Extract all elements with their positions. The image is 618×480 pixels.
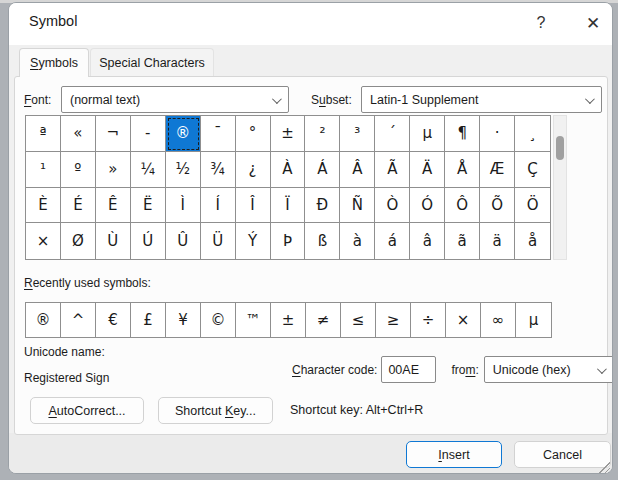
symbol-cell[interactable]: Ü xyxy=(201,223,236,259)
character-code-input[interactable]: 00AE xyxy=(381,356,436,383)
symbol-cell[interactable]: Ô xyxy=(445,188,480,224)
symbol-cell[interactable]: ¥ xyxy=(166,303,201,337)
symbol-cell[interactable]: Ó xyxy=(410,188,445,224)
help-icon: ? xyxy=(537,14,546,32)
symbol-cell[interactable]: « xyxy=(61,116,96,152)
symbol-cell[interactable]: € xyxy=(96,303,131,337)
symbol-cell[interactable]: ² xyxy=(305,116,340,152)
symbol-cell[interactable]: À xyxy=(271,152,306,188)
symbol-cell[interactable]: ÷ xyxy=(411,303,446,337)
symbol-cell[interactable]: Á xyxy=(305,152,340,188)
autocorrect-button[interactable]: AutoCorrect... xyxy=(30,397,144,424)
symbol-cell[interactable]: ã xyxy=(445,223,480,259)
symbol-cell[interactable]: ≥ xyxy=(376,303,411,337)
symbol-cell[interactable]: Ú xyxy=(131,223,166,259)
symbol-cell[interactable]: ≠ xyxy=(306,303,341,337)
symbol-cell[interactable]: ^ xyxy=(61,303,96,337)
symbol-cell[interactable]: ¸ xyxy=(515,116,550,152)
symbol-cell[interactable]: Þ xyxy=(271,223,306,259)
symbol-cell[interactable]: Å xyxy=(445,152,480,188)
symbol-cell[interactable]: Û xyxy=(166,223,201,259)
cancel-button[interactable]: Cancel xyxy=(514,441,611,468)
insert-button[interactable]: Insert xyxy=(406,441,502,468)
symbol-cell[interactable]: ä xyxy=(480,223,515,259)
font-dropdown[interactable]: (normal text) xyxy=(61,86,289,113)
symbol-cell[interactable]: £ xyxy=(131,303,166,337)
scrollbar-thumb[interactable] xyxy=(556,136,564,160)
symbol-cell[interactable]: Ì xyxy=(166,188,201,224)
symbol-cell[interactable]: ß xyxy=(305,223,340,259)
symbol-cell[interactable]: ¹ xyxy=(26,152,61,188)
symbol-cell[interactable]: ¿ xyxy=(236,152,271,188)
symbol-cell[interactable]: Ã xyxy=(375,152,410,188)
symbol-cell[interactable]: ∞ xyxy=(481,303,516,337)
symbol-cell[interactable]: ® xyxy=(26,303,61,337)
symbol-cell[interactable]: Í xyxy=(201,188,236,224)
shortcut-key-button[interactable]: Shortcut Key... xyxy=(158,397,273,424)
symbol-cell[interactable]: Ø xyxy=(61,223,96,259)
symbol-cell[interactable]: ± xyxy=(271,303,306,337)
symbol-cell[interactable]: Ð xyxy=(305,188,340,224)
symbol-cell[interactable]: ¾ xyxy=(201,152,236,188)
unicode-name-label: Unicode name: xyxy=(24,345,105,359)
symbol-cell[interactable]: Ä xyxy=(410,152,445,188)
symbol-cell[interactable]: Ò xyxy=(375,188,410,224)
symbol-cell[interactable]: ° xyxy=(236,116,271,152)
symbol-cell[interactable]: º xyxy=(61,152,96,188)
symbol-cell[interactable]: ¶ xyxy=(445,116,480,152)
symbol-cell[interactable]: ½ xyxy=(166,152,201,188)
symbol-cell[interactable]: ³ xyxy=(340,116,375,152)
from-label: from: xyxy=(451,363,478,377)
symbol-cell[interactable]: © xyxy=(201,303,236,337)
symbol-cell[interactable]: ´ xyxy=(375,116,410,152)
symbol-cell[interactable]: × xyxy=(446,303,481,337)
cancel-button-label: Cancel xyxy=(543,448,582,462)
symbol-cell[interactable]: â xyxy=(410,223,445,259)
symbol-cell[interactable]: ¯ xyxy=(201,116,236,152)
subset-dropdown-value: Latin-1 Supplement xyxy=(370,93,478,107)
help-button[interactable]: ? xyxy=(527,10,555,36)
symbol-cell[interactable]: ™ xyxy=(236,303,271,337)
insert-button-label: Insert xyxy=(438,448,469,462)
symbol-cell[interactable]: á xyxy=(375,223,410,259)
close-button[interactable]: ✕ xyxy=(579,10,607,36)
symbol-cell[interactable]: · xyxy=(480,116,515,152)
symbol-cell[interactable]: Ù xyxy=(96,223,131,259)
symbol-cell[interactable]: à xyxy=(340,223,375,259)
symbol-cell[interactable]: É xyxy=(61,188,96,224)
symbol-cell[interactable]: Ï xyxy=(271,188,306,224)
symbol-cell[interactable]: Ê xyxy=(96,188,131,224)
symbol-cell[interactable]: Ñ xyxy=(340,188,375,224)
symbol-cell[interactable]: È xyxy=(26,188,61,224)
font-dropdown-value: (normal text) xyxy=(70,93,140,107)
symbol-cell[interactable]: ¼ xyxy=(131,152,166,188)
symbol-cell[interactable]: Ë xyxy=(131,188,166,224)
tab-symbols[interactable]: Symbols xyxy=(19,48,89,77)
symbol-cell[interactable]: å xyxy=(515,223,550,259)
from-dropdown[interactable]: Unicode (hex) xyxy=(484,356,613,383)
symbol-cell[interactable]: Ý xyxy=(236,223,271,259)
subset-dropdown[interactable]: Latin-1 Supplement xyxy=(361,86,602,113)
symbol-cell[interactable]: × xyxy=(26,223,61,259)
character-code-value: 00AE xyxy=(388,363,419,377)
symbol-grid: ª«¬-®¯°±²³´µ¶·¸¹º»¼½¾¿ÀÁÂÃÄÅÆÇÈÉÊËÌÍÎÏÐÑ… xyxy=(25,115,551,260)
symbol-cell[interactable]: Ö xyxy=(515,188,550,224)
tab-special-characters[interactable]: Special Characters xyxy=(90,48,214,76)
close-icon: ✕ xyxy=(586,13,600,34)
symbol-cell[interactable]: Õ xyxy=(480,188,515,224)
symbol-cell[interactable]: ± xyxy=(271,116,306,152)
symbol-cell[interactable]: Î xyxy=(236,188,271,224)
symbol-cell[interactable]: ª xyxy=(26,116,61,152)
symbol-dialog: Symbol ? ✕ Symbols Special Characters Fo… xyxy=(8,2,613,474)
symbol-cell-selected[interactable]: ® xyxy=(166,116,201,152)
symbol-cell[interactable]: µ xyxy=(516,303,551,337)
symbol-cell[interactable]: µ xyxy=(410,116,445,152)
symbol-cell[interactable]: - xyxy=(131,116,166,152)
symbol-cell[interactable]: ≤ xyxy=(341,303,376,337)
symbol-cell[interactable]: Â xyxy=(340,152,375,188)
symbol-cell[interactable]: Ç xyxy=(515,152,550,188)
symbol-cell[interactable]: » xyxy=(96,152,131,188)
symbol-cell[interactable]: ¬ xyxy=(96,116,131,152)
symbol-cell[interactable]: Æ xyxy=(480,152,515,188)
symbol-grid-scrollbar[interactable] xyxy=(553,115,567,260)
